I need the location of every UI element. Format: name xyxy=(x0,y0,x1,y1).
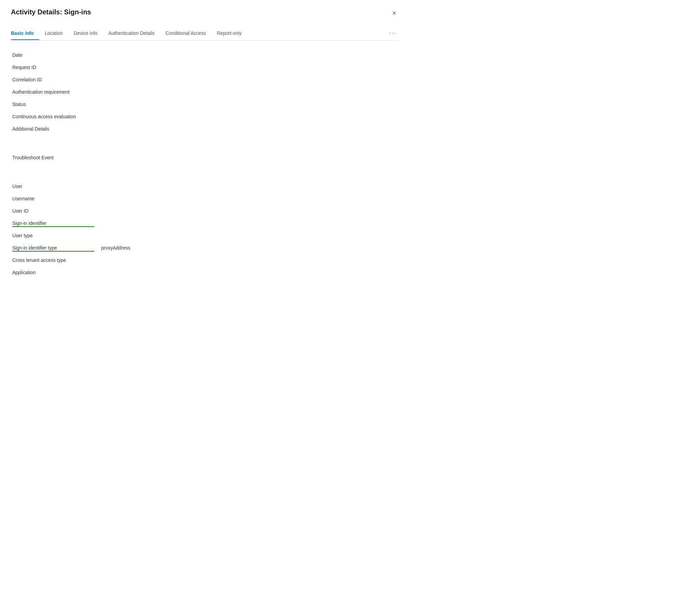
field-label-request-id: Request ID xyxy=(12,65,94,70)
tab-report-only[interactable]: Report-only xyxy=(211,27,247,40)
field-row-user-id: User ID xyxy=(12,205,398,217)
field-label-additional-details: Additional Details xyxy=(12,126,94,132)
close-button[interactable]: × xyxy=(389,8,399,18)
field-row-sign-in-identifier-type: Sign-in identifier type proxyAddress xyxy=(12,242,398,254)
activity-details-dialog: Activity Details: Sign-ins × Basic info … xyxy=(0,0,410,308)
field-row-date: Date xyxy=(12,49,398,61)
field-label-user-id: User ID xyxy=(12,208,94,214)
field-row-troubleshoot-event: Troubleshoot Event xyxy=(12,151,398,164)
field-row-username: Username xyxy=(12,192,398,205)
field-row-user: User xyxy=(12,180,398,192)
fields-group-1: Date Request ID Correlation ID Authentic… xyxy=(12,49,398,135)
field-label-username: Username xyxy=(12,196,94,201)
spacer-3 xyxy=(12,164,398,172)
tab-basic-info[interactable]: Basic info xyxy=(11,27,39,40)
field-row-user-type: User type xyxy=(12,229,398,242)
tab-location[interactable]: Location xyxy=(39,27,68,40)
field-row-additional-details: Additional Details xyxy=(12,123,398,135)
field-row-status: Status xyxy=(12,98,398,110)
field-label-user-type: User type xyxy=(12,233,94,238)
field-label-auth-requirement: Authentication requirement xyxy=(12,89,94,95)
tab-conditional-access[interactable]: Conditional Access xyxy=(160,27,211,40)
dialog-header: Activity Details: Sign-ins × xyxy=(11,8,399,18)
field-row-request-id: Request ID xyxy=(12,61,398,73)
spacer-2 xyxy=(12,143,398,151)
field-label-date: Date xyxy=(12,52,94,58)
field-row-application: Application xyxy=(12,266,398,279)
field-label-status: Status xyxy=(12,102,94,107)
field-value-sign-in-identifier-type: proxyAddress xyxy=(101,245,131,251)
field-label-sign-in-identifier-type: Sign-in identifier type xyxy=(12,245,94,251)
field-row-auth-requirement: Authentication requirement xyxy=(12,86,398,98)
fields-group-2: Troubleshoot Event xyxy=(12,151,398,164)
spacer-4 xyxy=(12,172,398,180)
field-label-correlation-id: Correlation ID xyxy=(12,77,94,82)
field-label-application: Application xyxy=(12,270,94,275)
fields-group-3: User Username User ID Sign-in identifier… xyxy=(12,180,398,279)
field-row-cae: Continuous access evaluation xyxy=(12,110,398,123)
tab-authentication-details[interactable]: Authentication Details xyxy=(103,27,160,40)
field-label-user: User xyxy=(12,184,94,189)
field-label-cae: Continuous access evaluation xyxy=(12,114,94,119)
tab-device-info[interactable]: Device info xyxy=(68,27,103,40)
field-label-troubleshoot-event: Troubleshoot Event xyxy=(12,155,94,160)
field-row-correlation-id: Correlation ID xyxy=(12,73,398,86)
field-row-cross-tenant-access-type: Cross tenant access type xyxy=(12,254,398,266)
tab-bar: Basic info Location Device info Authenti… xyxy=(11,26,399,41)
tab-content-basic-info: Date Request ID Correlation ID Authentic… xyxy=(11,49,399,279)
tab-more-button[interactable]: ··· xyxy=(386,26,399,41)
spacer-1 xyxy=(12,135,398,143)
field-label-cross-tenant-access-type: Cross tenant access type xyxy=(12,257,94,263)
field-row-sign-in-identifier: Sign-in identifier xyxy=(12,217,398,229)
field-label-sign-in-identifier: Sign-in identifier xyxy=(12,220,94,226)
dialog-title: Activity Details: Sign-ins xyxy=(11,8,91,16)
